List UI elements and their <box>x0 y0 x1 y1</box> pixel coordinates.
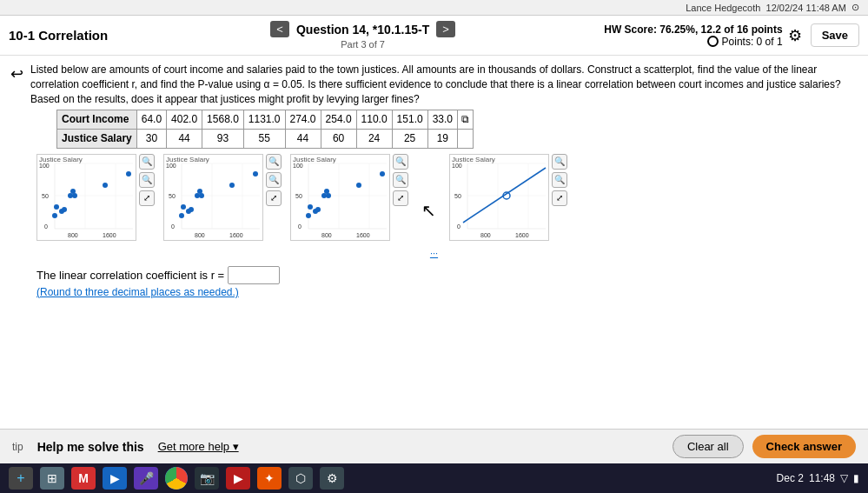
svg-text:Court Income: Court Income <box>317 239 354 241</box>
zoom-out-button-1[interactable]: 🔍 <box>139 172 155 188</box>
points-label: Points: 0 of 1 <box>722 36 783 48</box>
scatter-plot-4: Justice Salary 100 50 0 800 1600 Court I… <box>449 154 567 241</box>
court-income-label: Court Income <box>57 110 137 130</box>
svg-point-35 <box>181 204 186 210</box>
scatter-plot-2-wrapper: Justice Salary 100 50 0 800 1600 Court I… <box>163 154 282 241</box>
scatter-plot-2: Justice Salary 100 50 0 800 1600 Court I… <box>163 154 282 241</box>
hw-score-label: HW Score: 76.25%, 12.2 of 16 points <box>604 23 782 36</box>
scatter-svg-4[interactable]: Justice Salary 100 50 0 800 1600 Court I… <box>449 154 549 241</box>
scatter-plot-3: Justice Salary 100 50 0 800 1600 Court I… <box>290 154 408 241</box>
zoom-in-button-3[interactable]: 🔍 <box>393 154 408 170</box>
scatter-plot-3-wrapper: Justice Salary 100 50 0 800 1600 Court I… <box>290 154 408 241</box>
scatterplots-section: Justice Salary 100 50 0 800 1600 Court I… <box>36 154 832 241</box>
taskbar-camera-button[interactable]: 📷 <box>195 467 219 490</box>
svg-text:0: 0 <box>44 223 48 230</box>
zoom-out-button-3[interactable]: 🔍 <box>393 172 408 188</box>
court-income-6: 254.0 <box>321 110 356 130</box>
justice-salary-label: Justice Salary <box>57 130 137 149</box>
taskbar-gmail-button[interactable]: M <box>71 467 96 490</box>
expand-button-4[interactable]: ⤢ <box>552 190 567 206</box>
scatter-controls-1: 🔍 🔍 ⤢ <box>139 154 155 206</box>
court-income-4: 1131.0 <box>243 110 285 130</box>
get-more-help-link[interactable]: Get more help ▾ <box>158 440 239 453</box>
zoom-out-button-4[interactable]: 🔍 <box>552 172 567 188</box>
taskbar: + ⊞ M ▶ 🎤 📷 ▶ ✦ ⬡ ⚙ Dec 2 11:48 ▽ ▮ <box>0 463 868 493</box>
svg-point-64 <box>315 207 321 212</box>
justice-salary-5: 44 <box>285 130 321 149</box>
taskbar-date: Dec 2 <box>777 472 804 484</box>
expand-button-1[interactable]: ⤢ <box>139 190 155 206</box>
svg-text:1600: 1600 <box>229 232 243 238</box>
svg-point-37 <box>253 171 258 177</box>
round-note: (Round to three decimal places as needed… <box>36 286 832 298</box>
svg-point-40 <box>197 189 202 194</box>
question-nav: < Question 14, *10.1.15-T > Part 3 of 7 <box>122 21 604 50</box>
court-income-9: 33.0 <box>427 110 457 130</box>
svg-text:50: 50 <box>169 193 176 199</box>
taskbar-sparkle-button[interactable]: ✦ <box>257 467 282 490</box>
scatter-controls-2: 🔍 🔍 ⤢ <box>266 154 282 206</box>
justice-salary-6: 60 <box>321 130 356 149</box>
gear-button[interactable]: ⚙ <box>788 26 802 45</box>
back-arrow-button[interactable]: ↩ <box>10 64 23 83</box>
header-row: 10-1 Correlation < Question 14, *10.1.15… <box>0 16 868 56</box>
taskbar-plus-button[interactable]: + <box>9 467 33 490</box>
scatter-svg-3[interactable]: Justice Salary 100 50 0 800 1600 Court I… <box>290 154 390 241</box>
taskbar-youtube-button[interactable]: ▶ <box>226 467 250 490</box>
main-content: ↩ Listed below are amounts of court inco… <box>0 56 868 312</box>
expand-button-3[interactable]: ⤢ <box>393 190 408 206</box>
more-link: ··· <box>36 246 832 259</box>
taskbar-chrome-button[interactable] <box>165 467 188 490</box>
scatter-svg-1[interactable]: Justice Salary 100 50 0 800 1600 Court I… <box>36 154 136 241</box>
svg-text:0: 0 <box>298 223 301 230</box>
help-me-solve-link[interactable]: Help me solve this <box>37 440 144 454</box>
justice-salary-1: 30 <box>136 130 166 149</box>
check-answer-button[interactable]: Check answer <box>752 435 856 458</box>
scatter-svg-2[interactable]: Justice Salary 100 50 0 800 1600 Court I… <box>163 154 263 241</box>
hw-score-section: HW Score: 76.25%, 12.2 of 16 points Poin… <box>604 23 782 48</box>
court-income-5: 274.0 <box>285 110 321 130</box>
taskbar-grid-button[interactable]: ⊞ <box>40 467 64 490</box>
svg-point-62 <box>324 189 329 194</box>
court-income-2: 402.0 <box>167 110 202 130</box>
prev-question-button[interactable]: < <box>270 21 289 37</box>
taskbar-app-button[interactable]: ⬡ <box>288 467 313 490</box>
justice-salary-3: 93 <box>202 130 244 149</box>
user-name: Lance Hedgecoth <box>686 3 760 13</box>
clear-all-button[interactable]: Clear all <box>673 435 744 458</box>
problem-text: Listed below are amounts of court income… <box>30 63 858 149</box>
court-income-1: 64.0 <box>136 110 166 130</box>
scatter-plot-1-wrapper: Justice Salary 100 50 0 800 1600 Court I… <box>36 154 155 241</box>
taskbar-mic-button[interactable]: 🎤 <box>134 467 158 490</box>
taskbar-settings-button[interactable]: ⚙ <box>320 467 344 490</box>
zoom-in-button-2[interactable]: 🔍 <box>266 154 282 170</box>
answer-section: The linear correlation coefficient is r … <box>36 266 832 298</box>
problem-row: ↩ Listed below are amounts of court inco… <box>10 63 858 149</box>
court-income-copy-icon[interactable]: ⧉ <box>458 110 474 130</box>
svg-text:800: 800 <box>321 232 332 238</box>
svg-text:0: 0 <box>457 223 461 230</box>
battery-icon: ▮ <box>853 472 859 484</box>
zoom-out-button-2[interactable]: 🔍 <box>266 172 282 188</box>
save-button[interactable]: Save <box>811 23 859 47</box>
question-part: Part 3 of 7 <box>341 39 385 50</box>
justice-salary-7: 24 <box>356 130 392 149</box>
svg-point-21 <box>52 213 57 218</box>
svg-text:50: 50 <box>42 193 49 199</box>
justice-salary-9: 19 <box>427 130 457 149</box>
ellipsis-link[interactable]: ··· <box>430 248 438 258</box>
answer-line: The linear correlation coefficient is r … <box>36 266 832 284</box>
zoom-in-button-1[interactable]: 🔍 <box>139 154 155 170</box>
next-question-button[interactable]: > <box>436 21 455 37</box>
problem-description: Listed below are amounts of court income… <box>30 63 841 105</box>
expand-button-2[interactable]: ⤢ <box>266 190 282 206</box>
svg-text:50: 50 <box>295 193 302 199</box>
zoom-in-button-4[interactable]: 🔍 <box>552 154 567 170</box>
taskbar-clock: 11:48 <box>809 472 835 484</box>
svg-point-42 <box>189 207 194 212</box>
wifi-icon: ▽ <box>840 472 848 484</box>
taskbar-play-button[interactable]: ▶ <box>103 467 127 490</box>
correlation-coefficient-input[interactable] <box>228 266 280 284</box>
court-income-3: 1568.0 <box>202 110 244 130</box>
court-income-8: 151.0 <box>392 110 427 130</box>
